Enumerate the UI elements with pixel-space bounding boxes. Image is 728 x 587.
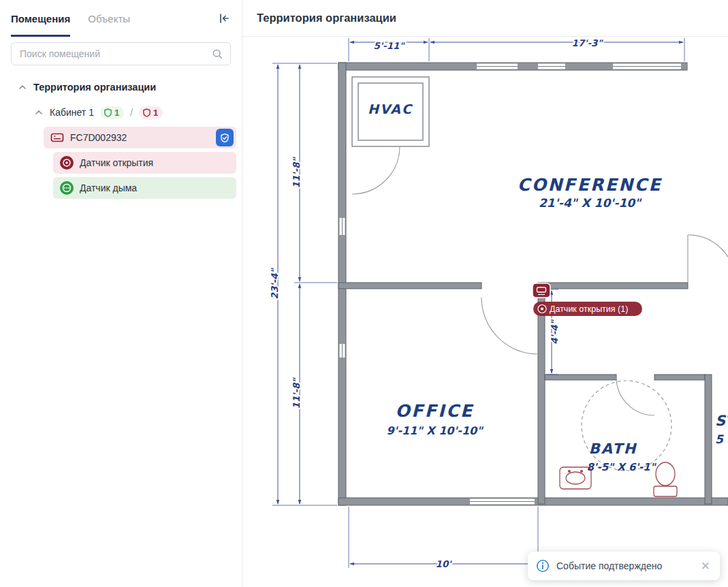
svg-text:5'-11": 5'-11": [374, 40, 406, 51]
search-input[interactable]: [18, 48, 212, 60]
alert-count-badge: 1: [139, 106, 163, 119]
sensor-name: Датчик дыма: [80, 183, 137, 193]
svg-text:4'-4": 4'-4": [549, 319, 560, 345]
tree-node-territory[interactable]: Территория организации: [0, 76, 242, 98]
shield-icon: [142, 108, 151, 117]
collapse-panel-icon: [217, 12, 231, 25]
svg-text:Датчик открытия (1): Датчик открытия (1): [550, 304, 628, 314]
room-name: Кабинет 1: [50, 107, 94, 118]
door-sensor-icon: [60, 156, 74, 170]
sensor-name: Датчик открытия: [80, 157, 153, 168]
rooms-tree: Территория организации Кабинет 1 1 / 1: [0, 76, 242, 199]
chevron-up-icon: [18, 82, 27, 92]
svg-text:11'-8": 11'-8": [291, 157, 302, 189]
page-title: Территория организации: [257, 12, 396, 25]
device-icon: [50, 132, 64, 143]
room-label-storage: ST: [715, 413, 728, 429]
territory-label: Территория организации: [33, 82, 156, 93]
room-size-storage: 5: [715, 432, 724, 446]
sidebar: Помещения Объекты Территория организации: [0, 0, 242, 587]
plan-sensor-label[interactable]: Датчик открытия (1): [533, 302, 642, 316]
shield-icon: [104, 108, 112, 117]
ok-count-badge: 1: [100, 106, 124, 119]
main-header: Территория организации: [242, 0, 728, 37]
device-guard-button[interactable]: [216, 129, 234, 146]
room-label-conference: CONFERENCE: [518, 175, 663, 195]
floor-plan[interactable]: 5'-11" 17'-3" 23'-4" 11'-8" 11'-8" 4'-4"…: [242, 37, 728, 587]
chevron-up-icon: [34, 108, 44, 117]
room-label-hvac: HVAC: [368, 101, 413, 116]
smoke-sensor-icon: [60, 181, 74, 195]
tab-objects[interactable]: Объекты: [88, 0, 130, 37]
room-size-conference: 21'-4" X 10'-10": [539, 196, 642, 210]
svg-text:10': 10': [436, 558, 453, 569]
tree-node-sensor-smoke[interactable]: Датчик дыма: [53, 177, 236, 199]
svg-text:17'-3": 17'-3": [572, 37, 604, 48]
room-label-bath: BATH: [589, 441, 637, 457]
svg-text:11'-8": 11'-8": [291, 377, 302, 409]
room-size-office: 9'-11" X 10'-10": [386, 424, 484, 437]
close-icon[interactable]: ✕: [699, 560, 712, 572]
tree-node-sensor-door[interactable]: Датчик открытия: [53, 152, 236, 174]
search-box: [11, 42, 231, 65]
plan-sensor-marker[interactable]: [533, 283, 550, 298]
device-id: FC7D002932: [70, 132, 127, 143]
tree-node-device[interactable]: FC7D002932: [44, 127, 236, 148]
shield-check-icon: [220, 133, 230, 143]
badge-separator: /: [130, 107, 133, 118]
toast-notification: Событие подтверждено ✕: [528, 552, 720, 580]
tree-node-room[interactable]: Кабинет 1 1 / 1: [0, 101, 242, 123]
toast-message: Событие подтверждено: [556, 560, 693, 571]
collapse-sidebar-button[interactable]: [217, 0, 231, 37]
svg-text:23'-4": 23'-4": [269, 268, 280, 300]
info-icon: [536, 559, 550, 573]
search-icon: [212, 48, 223, 60]
sidebar-tabs: Помещения Объекты: [0, 0, 242, 37]
room-label-office: OFFICE: [395, 401, 474, 421]
room-size-bath: 8'-5" X 6'-1": [586, 461, 656, 473]
tab-rooms[interactable]: Помещения: [11, 0, 70, 37]
